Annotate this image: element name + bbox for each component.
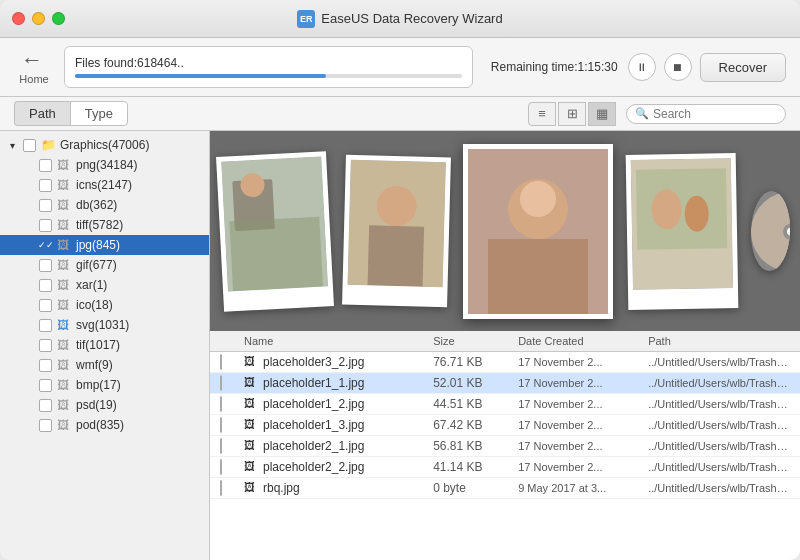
sidebar-item-14[interactable]: 🖼pod(835): [0, 415, 209, 435]
file-row-1[interactable]: 🖼 placeholder1_1.jpg 52.01 KB 17 Novembe…: [210, 373, 800, 394]
checkbox-3[interactable]: [39, 199, 52, 212]
row-date-4: 17 November 2...: [518, 440, 648, 452]
photo-thumb-1[interactable]: [216, 151, 334, 312]
row-path-4: ../Untitled/Users/wlb/Trash/paul'...: [648, 440, 790, 452]
row-checkbox-1[interactable]: [220, 375, 222, 391]
row-name-2: placeholder1_2.jpg: [263, 397, 364, 411]
sidebar-item-0[interactable]: ▾📁Graphics(47006): [0, 135, 209, 155]
filmstrip-view-button[interactable]: ▦: [588, 102, 616, 126]
sidebar: ▾📁Graphics(47006)🖼png(34184)🖼icns(2147)🖼…: [0, 131, 210, 560]
minimize-button[interactable]: [32, 12, 45, 25]
content-column: Name Size Date Created Path 🖼 placeholde…: [210, 131, 800, 560]
sidebar-item-4[interactable]: 🖼tiff(5782): [0, 215, 209, 235]
row-icon-3: 🖼: [244, 418, 258, 432]
checkbox-2[interactable]: [39, 179, 52, 192]
row-size-2: 44.51 KB: [433, 397, 518, 411]
sidebar-item-label-9: svg(1031): [76, 318, 129, 332]
main-content: ▾📁Graphics(47006)🖼png(34184)🖼icns(2147)🖼…: [0, 131, 800, 560]
file-icon-9: 🖼: [57, 318, 71, 332]
sidebar-item-9[interactable]: 🖼svg(1031): [0, 315, 209, 335]
checkbox-9[interactable]: [39, 319, 52, 332]
search-box[interactable]: 🔍: [626, 104, 786, 124]
remaining-time-label: Remaining time:1:15:30: [491, 60, 618, 74]
sidebar-item-label-5: jpg(845): [76, 238, 120, 252]
recover-button[interactable]: Recover: [700, 53, 786, 82]
checkbox-0[interactable]: [23, 139, 36, 152]
sidebar-item-12[interactable]: 🖼bmp(17): [0, 375, 209, 395]
row-size-5: 41.14 KB: [433, 460, 518, 474]
row-icon-2: 🖼: [244, 397, 258, 411]
sidebar-item-5[interactable]: ✓🖼jpg(845): [0, 235, 209, 255]
photo-thumb-2[interactable]: [342, 155, 451, 308]
stop-button[interactable]: ⏹: [664, 53, 692, 81]
checkbox-12[interactable]: [39, 379, 52, 392]
checkbox-5[interactable]: ✓: [39, 239, 52, 252]
checkbox-6[interactable]: [39, 259, 52, 272]
sidebar-item-6[interactable]: 🖼gif(677): [0, 255, 209, 275]
file-row-5[interactable]: 🖼 placeholder2_2.jpg 41.14 KB 17 Novembe…: [210, 457, 800, 478]
toolbar-row2: Path Type ≡ ⊞ ▦ 🔍: [0, 97, 800, 131]
file-row-4[interactable]: 🖼 placeholder2_1.jpg 56.81 KB 17 Novembe…: [210, 436, 800, 457]
tab-type[interactable]: Type: [70, 101, 128, 126]
sidebar-item-label-2: icns(2147): [76, 178, 132, 192]
checkbox-14[interactable]: [39, 419, 52, 432]
sidebar-item-1[interactable]: 🖼png(34184): [0, 155, 209, 175]
progress-bar-fill: [75, 74, 326, 78]
file-list-header: Name Size Date Created Path: [210, 331, 800, 352]
sidebar-item-11[interactable]: 🖼wmf(9): [0, 355, 209, 375]
back-button[interactable]: ←: [21, 49, 43, 71]
search-input[interactable]: [653, 107, 783, 121]
row-name-1: placeholder1_1.jpg: [263, 376, 364, 390]
file-row-0[interactable]: 🖼 placeholder3_2.jpg 76.71 KB 17 Novembe…: [210, 352, 800, 373]
sidebar-item-2[interactable]: 🖼icns(2147): [0, 175, 209, 195]
checkbox-10[interactable]: [39, 339, 52, 352]
window-controls[interactable]: [12, 12, 65, 25]
file-row-6[interactable]: 🖼 rbq.jpg 0 byte 9 May 2017 at 3... ../U…: [210, 478, 800, 499]
sidebar-item-13[interactable]: 🖼psd(19): [0, 395, 209, 415]
sidebar-item-label-4: tiff(5782): [76, 218, 123, 232]
sidebar-item-label-0: Graphics(47006): [60, 138, 149, 152]
sidebar-item-10[interactable]: 🖼tif(1017): [0, 335, 209, 355]
close-button[interactable]: [12, 12, 25, 25]
remaining-label: Remaining time:: [491, 60, 578, 74]
row-checkbox-6[interactable]: [220, 480, 222, 496]
checkbox-8[interactable]: [39, 299, 52, 312]
file-row-3[interactable]: 🖼 placeholder1_3.jpg 67.42 KB 17 Novembe…: [210, 415, 800, 436]
file-row-2[interactable]: 🖼 placeholder1_2.jpg 44.51 KB 17 Novembe…: [210, 394, 800, 415]
photo-thumb-5[interactable]: [750, 190, 792, 271]
row-path-6: ../Untitled/Users/wlb/Trash/paul'...: [648, 482, 790, 494]
grid-view-button[interactable]: ⊞: [558, 102, 586, 126]
row-size-3: 67.42 KB: [433, 418, 518, 432]
row-date-5: 17 November 2...: [518, 461, 648, 473]
checkbox-4[interactable]: [39, 219, 52, 232]
checkbox-13[interactable]: [39, 399, 52, 412]
row-checkbox-2[interactable]: [220, 396, 222, 412]
toolbar-right: ⏸ ⏹ Recover: [628, 53, 786, 82]
checkbox-1[interactable]: [39, 159, 52, 172]
sidebar-item-label-1: png(34184): [76, 158, 137, 172]
sidebar-item-3[interactable]: 🖼db(362): [0, 195, 209, 215]
sidebar-item-7[interactable]: 🖼xar(1): [0, 275, 209, 295]
row-checkbox-3[interactable]: [220, 417, 222, 433]
sidebar-item-label-11: wmf(9): [76, 358, 113, 372]
row-path-5: ../Untitled/Users/wlb/Trash/paul'...: [648, 461, 790, 473]
maximize-button[interactable]: [52, 12, 65, 25]
tab-path[interactable]: Path: [14, 101, 70, 126]
search-icon: 🔍: [635, 107, 649, 120]
photo-thumb-4[interactable]: [626, 153, 739, 310]
sidebar-item-label-14: pod(835): [76, 418, 124, 432]
back-home[interactable]: ← Home: [14, 49, 54, 85]
checkbox-7[interactable]: [39, 279, 52, 292]
sidebar-item-label-3: db(362): [76, 198, 117, 212]
pause-button[interactable]: ⏸: [628, 53, 656, 81]
photo-thumb-center[interactable]: [463, 144, 613, 319]
arrow-icon: ▾: [10, 140, 20, 151]
row-checkbox-5[interactable]: [220, 459, 222, 475]
row-checkbox-4[interactable]: [220, 438, 222, 454]
sidebar-item-8[interactable]: 🖼ico(18): [0, 295, 209, 315]
row-date-2: 17 November 2...: [518, 398, 648, 410]
checkbox-11[interactable]: [39, 359, 52, 372]
list-view-button[interactable]: ≡: [528, 102, 556, 126]
row-checkbox-0[interactable]: [220, 354, 222, 370]
svg-rect-9: [488, 239, 588, 314]
